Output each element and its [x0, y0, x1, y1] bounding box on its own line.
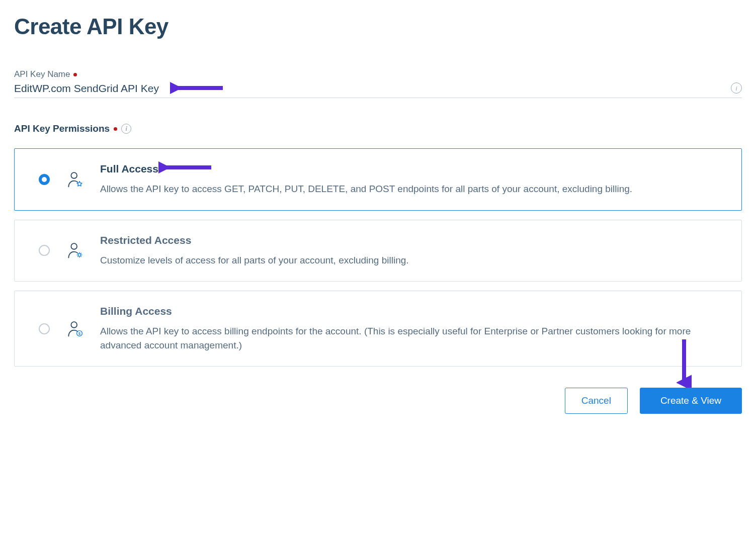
permission-options: Full Access Allows the API key to access…	[14, 148, 742, 367]
svg-text:$: $	[78, 331, 80, 336]
user-gear-icon	[66, 241, 84, 259]
svg-line-10	[81, 256, 81, 257]
required-indicator-icon	[73, 73, 77, 76]
info-icon[interactable]: i	[731, 82, 742, 94]
svg-line-12	[77, 256, 78, 257]
api-key-name-field-wrap: i	[14, 82, 742, 98]
option-text: Full Access Allows the API key to access…	[100, 163, 726, 196]
option-description: Allows the API key to access GET, PATCH,…	[100, 182, 726, 196]
api-key-name-label-text: API Key Name	[14, 69, 70, 79]
radio-restricted-access[interactable]	[39, 245, 50, 256]
permission-option-restricted-access[interactable]: Restricted Access Customize levels of ac…	[14, 220, 742, 282]
permission-option-full-access[interactable]: Full Access Allows the API key to access…	[14, 148, 742, 211]
option-text: Billing Access Allows the API key to acc…	[100, 305, 726, 352]
page-title: Create API Key	[14, 14, 742, 39]
api-key-name-input[interactable]	[14, 82, 742, 95]
svg-line-11	[81, 253, 81, 254]
permission-option-billing-access[interactable]: $ Billing Access Allows the API key to a…	[14, 291, 742, 367]
user-dollar-icon: $	[66, 320, 84, 338]
permissions-label-text: API Key Permissions	[14, 123, 110, 134]
option-text: Restricted Access Customize levels of ac…	[100, 234, 726, 267]
svg-point-13	[71, 322, 77, 328]
info-icon[interactable]: i	[121, 124, 131, 134]
user-star-icon	[66, 170, 84, 189]
option-description: Customize levels of access for all parts…	[100, 253, 726, 267]
option-title: Full Access	[100, 163, 726, 175]
svg-line-9	[77, 253, 78, 254]
cancel-button[interactable]: Cancel	[565, 388, 628, 414]
radio-full-access[interactable]	[39, 174, 50, 185]
permissions-section-label: API Key Permissions i	[14, 123, 742, 134]
svg-point-4	[78, 254, 80, 256]
option-title: Restricted Access	[100, 234, 726, 246]
option-description: Allows the API key to access billing end…	[100, 324, 726, 352]
required-indicator-icon	[114, 127, 117, 131]
radio-billing-access[interactable]	[39, 323, 50, 334]
form-actions: Cancel Create & View	[14, 388, 742, 414]
svg-point-3	[71, 243, 77, 249]
create-view-button[interactable]: Create & View	[640, 388, 742, 414]
option-title: Billing Access	[100, 305, 726, 317]
svg-point-1	[71, 172, 77, 178]
api-key-name-label: API Key Name	[14, 69, 742, 79]
